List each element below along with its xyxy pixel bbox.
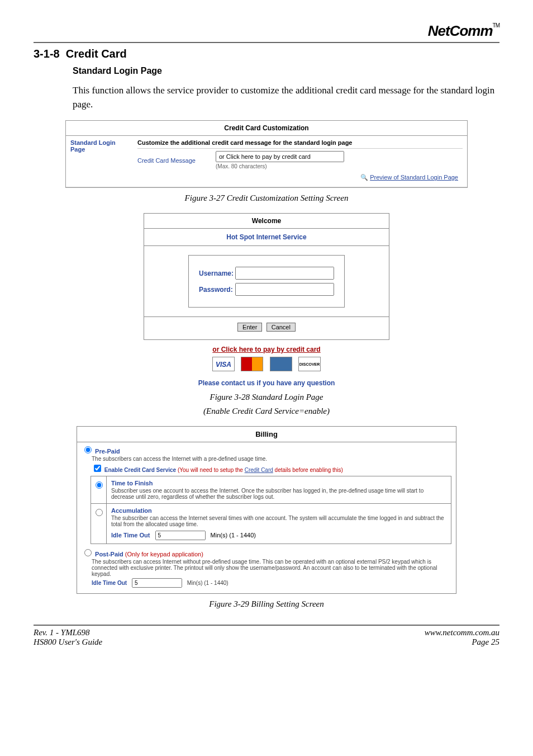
card-logos-row: VISA DISCOVER: [144, 357, 389, 371]
time-to-finish-desc: Subscriber uses one account to access th…: [111, 488, 446, 500]
figure-3-28-caption-1: Figure 3-28 Standard Login Page: [34, 393, 499, 402]
postpaid-idle-label: Idle Time Out: [92, 580, 127, 586]
pay-by-credit-card-link[interactable]: or Click here to pay by credit card: [212, 346, 320, 353]
mastercard-icon: [241, 357, 263, 371]
description-paragraph: This function allows the service provide…: [73, 84, 499, 111]
time-to-finish-radio[interactable]: [96, 481, 103, 489]
page-footer: Rev. 1 - YML698 HS800 User's Guide www.n…: [34, 628, 499, 647]
contact-text: Please contact us if you have any questi…: [144, 379, 389, 387]
subheading: Standard Login Page: [73, 66, 499, 76]
figure-3-29-caption: Figure 3-29 Billing Setting Screen: [34, 599, 499, 609]
time-to-finish-title: Time to Finish: [111, 480, 446, 486]
footer-url: www.netcomm.com.au: [425, 628, 499, 637]
figure-3-27-caption: Figure 3-27 Credit Customization Setting…: [34, 193, 499, 203]
header-rule: [34, 42, 499, 43]
postpaid-idle-input[interactable]: [132, 578, 182, 588]
prepaid-desc: The subscribers can access the Internet …: [92, 456, 451, 462]
cancel-button[interactable]: Cancel: [266, 323, 296, 332]
section-title: Credit Card: [66, 48, 127, 60]
preview-link[interactable]: Preview of Standard Login Page: [370, 174, 458, 181]
username-input[interactable]: [235, 267, 334, 280]
credit-card-customization-panel: Credit Card Customization Standard Login…: [65, 120, 468, 188]
postpaid-idle-unit: Min(s) (1 - 1440): [187, 580, 229, 586]
username-label: Username:: [199, 270, 235, 277]
max-chars-hint: (Max. 80 characters): [216, 163, 344, 169]
accum-idle-input[interactable]: [155, 531, 206, 540]
accumulation-radio[interactable]: [96, 509, 103, 516]
customize-desc: Customize the additional credit card mes…: [137, 139, 463, 146]
postpaid-radio[interactable]: [84, 549, 92, 556]
section-heading: 3-1-8 Credit Card: [34, 48, 499, 60]
billing-panel: Billing Pre-Paid The subscribers can acc…: [77, 426, 456, 594]
figure-3-28-caption-2: (Enable Credit Card Service=enable): [34, 407, 499, 416]
section-number: 3-1-8: [34, 48, 60, 60]
prepaid-radio[interactable]: [84, 446, 92, 453]
standard-login-page-preview: Welcome Hot Spot Internet Service Userna…: [144, 213, 389, 387]
billing-title: Billing: [77, 427, 456, 442]
accumulation-desc: The subscriber can access the Internet s…: [111, 515, 446, 527]
enable-cc-label: Enable Credit Card Service: [104, 467, 176, 473]
footer-page: Page 25: [425, 637, 499, 647]
footer-rule: [34, 625, 499, 626]
password-label: Password:: [199, 286, 235, 294]
credit-card-message-label: Credit Card Message: [137, 157, 216, 164]
enable-cc-checkbox[interactable]: [94, 465, 101, 472]
visa-icon: VISA: [212, 357, 235, 371]
enable-cc-red-note: (You will need to setup the Credit Card …: [178, 467, 343, 473]
footer-guide: HS800 User's Guide: [34, 637, 102, 647]
accumulation-title: Accumulation: [111, 507, 446, 514]
logo-area: NetCommTM: [34, 22, 499, 40]
footer-rev: Rev. 1 - YML698: [34, 628, 102, 637]
discover-icon: DISCOVER: [298, 357, 321, 371]
accum-idle-unit: Min(s) (1 - 1440): [211, 532, 256, 538]
brand-logo: NetCommTM: [428, 22, 499, 40]
credit-card-message-input[interactable]: [216, 151, 344, 162]
search-icon: 🔍: [360, 174, 368, 181]
logo-text: NetComm: [428, 22, 493, 39]
credit-card-link[interactable]: Credit Card: [245, 467, 273, 473]
postpaid-label: Post-Paid: [95, 551, 123, 557]
prepaid-label: Pre-Paid: [95, 448, 120, 455]
panel-title: Credit Card Customization: [66, 121, 467, 136]
password-input[interactable]: [235, 283, 334, 296]
service-title: Hot Spot Internet Service: [144, 229, 389, 246]
accum-idle-label: Idle Time Out: [111, 532, 150, 538]
postpaid-desc: The subscribers can access Internet with…: [92, 559, 451, 577]
logo-tm: TM: [493, 22, 499, 29]
welcome-title: Welcome: [144, 214, 389, 229]
enter-button[interactable]: Enter: [237, 323, 262, 332]
standard-login-page-label: Standard Login Page: [66, 136, 133, 187]
amex-icon: [270, 357, 292, 371]
postpaid-only-keypad: (Only for keypad application): [125, 551, 203, 557]
